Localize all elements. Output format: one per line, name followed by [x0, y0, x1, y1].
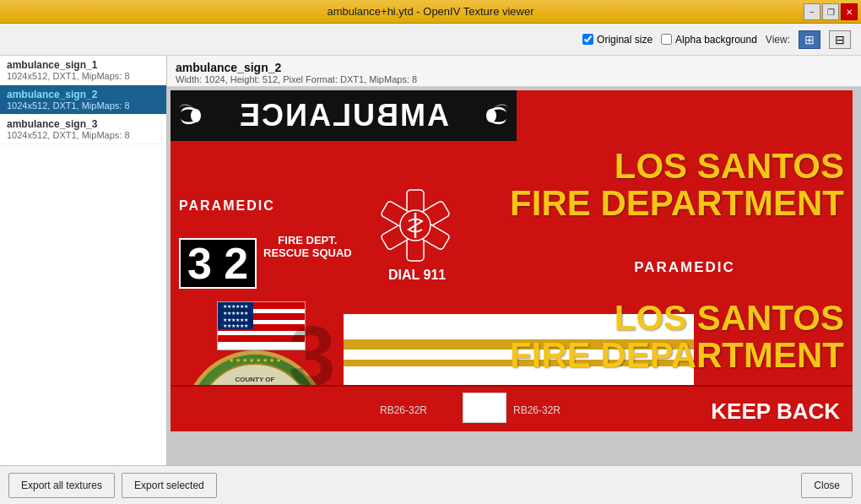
rb-left-text: RB26-32R [380, 404, 427, 416]
original-size-checkbox-label[interactable]: Original size [582, 34, 653, 46]
sidebar-item-name-1: ambulance_sign_2 [7, 89, 160, 100]
close-button[interactable]: Close [801, 473, 853, 498]
minimize-button[interactable]: − [804, 3, 820, 20]
view-label: View: [766, 34, 790, 46]
fire-dept-text: FIRE DEPT. RESCUE SQUAD [263, 234, 352, 259]
los-santos-text-1: LOS SANTOS FIRE DEPARTMENT [510, 148, 844, 222]
main-container: Original size Alpha background View: ⊞ ⊟… [0, 24, 861, 504]
alpha-background-checkbox-label[interactable]: Alpha background [661, 34, 757, 46]
title-bar: ambulance+hi.ytd - OpenIV Texture viewer… [0, 0, 861, 24]
original-size-checkbox[interactable] [582, 34, 593, 45]
texture-area: ambulance_sign_2 Width: 1024, Height: 51… [167, 56, 861, 465]
number-box: 3 2 [179, 238, 257, 289]
export-selected-button[interactable]: Export selected [122, 473, 217, 498]
window-title: ambulance+hi.ytd - OpenIV Texture viewer [327, 5, 533, 18]
bottom-toolbar: Export all textures Export selected Clos… [0, 465, 861, 504]
wings-left-icon [177, 97, 214, 134]
dial-911-text: DIAL 911 [388, 268, 446, 283]
wings-right-icon [473, 97, 510, 134]
bottom-strip: RB26-32R RB26-32R KEEP BACK [171, 385, 853, 431]
svg-point-0 [191, 109, 201, 122]
white-box [463, 393, 506, 423]
view-small-icon-button[interactable]: ⊟ [829, 30, 851, 49]
view-large-icon-button[interactable]: ⊞ [799, 30, 820, 49]
sidebar-item-1[interactable]: ambulance_sign_2 1024x512, DXT1, MipMaps… [0, 85, 166, 115]
paramedic-left-text: PARAMEDIC [179, 198, 275, 214]
content-area: ambulance_sign_1 1024x512, DXT1, MipMaps… [0, 56, 861, 465]
toolbar: Original size Alpha background View: ⊞ ⊟ [0, 24, 861, 56]
top-banner: AMBULANCE [171, 90, 517, 141]
sidebar-item-info-0: 1024x512, DXT1, MipMaps: 8 [7, 71, 160, 81]
export-all-button[interactable]: Export all textures [8, 473, 115, 498]
sidebar-item-name-0: ambulance_sign_1 [7, 59, 160, 71]
title-bar-controls: − ❐ ✕ [804, 3, 858, 20]
los-santos-text-2: LOS SANTOS FIRE DEPARTMENT [510, 300, 844, 374]
sidebar-item-info-1: 1024x512, DXT1, MipMaps: 8 [7, 100, 160, 111]
svg-point-1 [486, 109, 496, 122]
texture-title: ambulance_sign_2 [176, 61, 853, 74]
paramedic-right-text: PARAMEDIC [525, 259, 844, 276]
original-size-label: Original size [597, 34, 653, 46]
rb-right-text: RB26-32R [513, 404, 560, 416]
ambulance-reversed-text: AMBULANCE [238, 98, 449, 133]
texture-header: ambulance_sign_2 Width: 1024, Height: 51… [167, 56, 861, 87]
sidebar-item-info-2: 1024x512, DXT1, MipMaps: 8 [7, 130, 160, 140]
sidebar-item-name-2: ambulance_sign_3 [7, 118, 160, 130]
alpha-background-checkbox[interactable] [661, 34, 672, 45]
sidebar: ambulance_sign_1 1024x512, DXT1, MipMaps… [0, 56, 167, 465]
close-window-button[interactable]: ✕ [841, 3, 858, 20]
star-of-life-icon [377, 187, 453, 263]
restore-button[interactable]: ❐ [822, 3, 839, 20]
texture-image: AMBULANCE PARAMEDIC [171, 90, 853, 431]
sidebar-item-2[interactable]: ambulance_sign_3 1024x512, DXT1, MipMaps… [0, 115, 166, 144]
sidebar-item-0[interactable]: ambulance_sign_1 1024x512, DXT1, MipMaps… [0, 56, 166, 85]
texture-canvas: AMBULANCE PARAMEDIC [167, 87, 861, 465]
bottom-left-buttons: Export all textures Export selected [8, 473, 217, 498]
texture-meta: Width: 1024, Height: 512, Pixel Format: … [176, 74, 853, 84]
alpha-background-label: Alpha background [675, 34, 757, 46]
keep-back-text: KEEP BACK [711, 398, 840, 425]
